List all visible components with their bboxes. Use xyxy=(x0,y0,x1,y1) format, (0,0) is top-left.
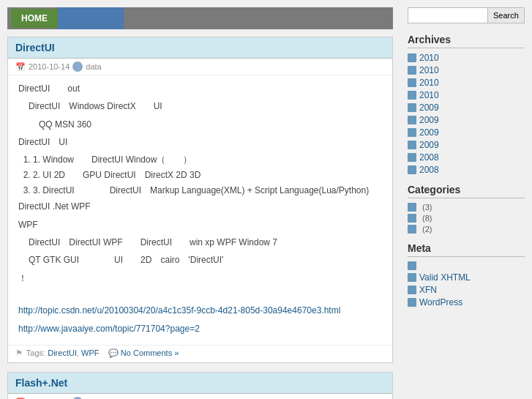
meta-valid-xhtml[interactable]: Valid XHTML xyxy=(419,272,471,283)
content-line-1: DirectUI out xyxy=(18,81,382,96)
post-author-directui: data xyxy=(86,62,101,71)
category-link-icon xyxy=(408,203,416,212)
category-item: (2) xyxy=(408,225,525,234)
meta-item: Valid XHTML xyxy=(408,272,525,283)
tag-wpf[interactable]: WPF xyxy=(81,348,99,357)
content-line-8: WPF xyxy=(18,217,382,232)
archive-item: 2009 xyxy=(408,102,525,113)
archive-item: 2010 xyxy=(408,78,525,88)
categories-section: Categories (3) (8) (2) xyxy=(408,184,525,234)
archive-link-icon xyxy=(408,141,416,149)
categories-title: Categories xyxy=(408,184,525,198)
post-meta-flashnet: 📅 2010-08-19 data xyxy=(8,394,392,399)
archive-item: 2009 xyxy=(408,127,525,138)
archive-item: 2010 xyxy=(408,90,525,100)
archive-2010-4[interactable]: 2010 xyxy=(419,90,439,100)
archive-link-icon xyxy=(408,66,416,75)
archive-2010-1[interactable]: 2010 xyxy=(419,53,439,63)
meta-link-icon xyxy=(408,286,416,294)
meta-title: Meta xyxy=(408,242,525,257)
list-item: 2. UI 2D GPU DirectUI DirectX 2D 3D xyxy=(33,168,382,182)
meta-wordpress[interactable]: WordPress xyxy=(419,297,462,307)
content-line-10: QT GTK GUI UI 2D cairo 'DirectUI' xyxy=(18,253,382,267)
post-title-directui: DirectUI xyxy=(8,37,392,59)
content-line-7: DirectUI .Net WPF xyxy=(18,199,382,214)
archive-link-icon xyxy=(408,53,416,62)
search-input[interactable] xyxy=(408,7,488,23)
archive-link-icon xyxy=(408,128,416,137)
archive-item: 2009 xyxy=(408,140,525,150)
category-badge-1: (3) xyxy=(422,203,432,212)
category-badge-3: (2) xyxy=(422,225,432,234)
nav-bar: HOME xyxy=(7,7,393,29)
archive-2008-2[interactable]: 2008 xyxy=(419,165,439,175)
content-line-3: QQ MSN 360 xyxy=(18,117,382,132)
archive-link-icon xyxy=(408,165,416,174)
category-badge-2: (8) xyxy=(422,214,432,223)
archives-section: Archives 2010 2010 2010 2010 2009 xyxy=(408,34,525,175)
content-line-2: DirectUI Windows DirectX UI xyxy=(18,99,382,113)
archive-link-icon xyxy=(408,91,416,100)
category-item: (8) xyxy=(408,214,525,223)
archive-link-icon xyxy=(408,103,416,112)
post-content-directui: DirectUI out DirectUI Windows DirectX UI… xyxy=(8,75,392,345)
list-item: 1. Window DirectUI Window（ ） xyxy=(33,153,382,167)
archive-2008-1[interactable]: 2008 xyxy=(419,152,439,163)
home-nav-button[interactable]: HOME xyxy=(11,9,58,28)
archive-link-icon xyxy=(408,153,416,162)
search-box: Search xyxy=(408,7,525,23)
nav-spacer xyxy=(58,7,124,29)
sidebar: Search Archives 2010 2010 2010 2010 xyxy=(400,0,532,399)
tag-directui[interactable]: DirectUI xyxy=(48,348,77,357)
no-comments-link[interactable]: No Comments » xyxy=(121,348,179,357)
archive-2009-4[interactable]: 2009 xyxy=(419,140,439,150)
post-date-directui: 2010-10-14 xyxy=(29,62,70,71)
category-link-icon xyxy=(408,225,416,234)
meta-item xyxy=(408,261,525,270)
archive-2010-3[interactable]: 2010 xyxy=(419,78,439,88)
post-tags-directui: ⚑ Tags: DirectUI, WPF 💬 No Comments » xyxy=(8,345,392,362)
post-link-2[interactable]: http://www.javaaiye.com/topic/771704?pag… xyxy=(18,324,200,334)
archive-2010-2[interactable]: 2010 xyxy=(419,65,439,75)
post-meta-directui: 📅 2010-10-14 data xyxy=(8,59,392,75)
archive-item: 2008 xyxy=(408,165,525,175)
archive-item: 2010 xyxy=(408,65,525,75)
archive-2009-1[interactable]: 2009 xyxy=(419,102,439,113)
comment-icon: 💬 xyxy=(108,348,119,357)
archives-title: Archives xyxy=(408,34,525,48)
archive-link-icon xyxy=(408,116,416,124)
archive-item: 2010 xyxy=(408,53,525,63)
meta-link-icon xyxy=(408,273,416,282)
archive-2009-3[interactable]: 2009 xyxy=(419,127,439,138)
search-button[interactable]: Search xyxy=(488,7,525,23)
post-flashnet: Flash+.Net 📅 2010-08-19 data Flash FMS f… xyxy=(7,372,393,399)
meta-item: WordPress xyxy=(408,297,525,307)
post-directui: DirectUI 📅 2010-10-14 data DirectUI out … xyxy=(7,37,393,363)
content-line-4: DirectUI UI xyxy=(18,135,382,149)
meta-link-icon xyxy=(408,298,416,307)
meta-section: Meta Valid XHTML XFN WordPress xyxy=(408,242,525,307)
archive-link-icon xyxy=(408,78,416,87)
content-line-11: ！ xyxy=(18,271,382,286)
tag-icon: ⚑ xyxy=(15,348,23,357)
author-icon xyxy=(72,61,83,72)
list-item: 3. DirectUI DirectUI Markup Language(XML… xyxy=(33,184,382,198)
meta-link-icon xyxy=(408,261,416,270)
meta-item: XFN xyxy=(408,285,525,295)
post-title-flashnet: Flash+.Net xyxy=(8,373,392,394)
archive-item: 2009 xyxy=(408,115,525,125)
archive-2009-2[interactable]: 2009 xyxy=(419,115,439,125)
post-link-1[interactable]: http://topic.csdn.net/u/20100304/20/a4c1… xyxy=(18,305,340,316)
category-link-icon xyxy=(408,214,416,223)
category-item: (3) xyxy=(408,203,525,212)
meta-xfn[interactable]: XFN xyxy=(419,285,437,295)
archive-item: 2008 xyxy=(408,152,525,163)
content-line-9: DirectUI DirectUI WPF DirectUI win xp WP… xyxy=(18,235,382,250)
calendar-icon: 📅 xyxy=(15,62,26,72)
